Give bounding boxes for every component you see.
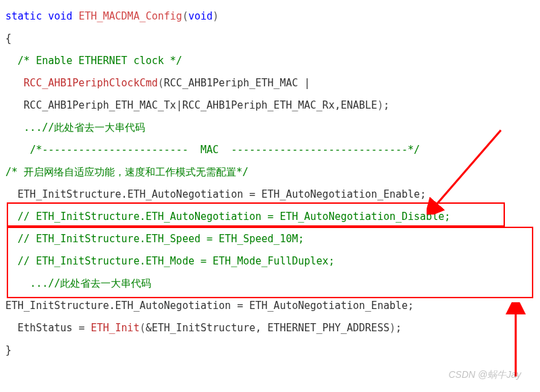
kw-void2: void <box>188 10 213 22</box>
code-line-13: ...//此处省去一大串代码 <box>5 273 535 295</box>
kw-void: void <box>48 10 72 22</box>
code-line-4: RCC_AHB1PeriphClockCmd(RCC_AHB1Periph_ET… <box>5 72 535 94</box>
code-line-5: RCC_AHB1Periph_ETH_MAC_Tx|RCC_AHB1Periph… <box>5 94 535 117</box>
code-line-16: } <box>5 339 535 362</box>
code-line-3: /* Enable ETHERNET clock */ <box>5 50 535 72</box>
code-line-1: static void ETH_MACDMA_Config(void) <box>5 5 535 28</box>
kw-static: static <box>5 10 42 22</box>
code-line-10: // ETH_InitStructure.ETH_AutoNegotiation… <box>5 206 535 228</box>
code-line-12: // ETH_InitStructure.ETH_Mode = ETH_Mode… <box>5 250 535 273</box>
code-block: static void ETH_MACDMA_Config(void) { /*… <box>5 5 535 362</box>
watermark: CSDN @蜗牛Jay <box>448 364 521 385</box>
code-line-8: /* 开启网络自适应功能，速度和工作模式无需配置*/ <box>5 161 535 184</box>
code-line-15: EthStatus = ETH_Init(&ETH_InitStructure,… <box>5 317 535 339</box>
code-line-7: /*------------------------ MAC ---------… <box>5 139 535 161</box>
code-line-6: ...//此处省去一大串代码 <box>5 117 535 139</box>
code-line-11: // ETH_InitStructure.ETH_Speed = ETH_Spe… <box>5 228 535 250</box>
func-name: ETH_MACDMA_Config <box>78 10 182 22</box>
code-line-9: ETH_InitStructure.ETH_AutoNegotiation = … <box>5 184 535 206</box>
code-line-14: ETH_InitStructure.ETH_AutoNegotiation = … <box>5 295 535 317</box>
code-line-2: { <box>5 28 535 50</box>
